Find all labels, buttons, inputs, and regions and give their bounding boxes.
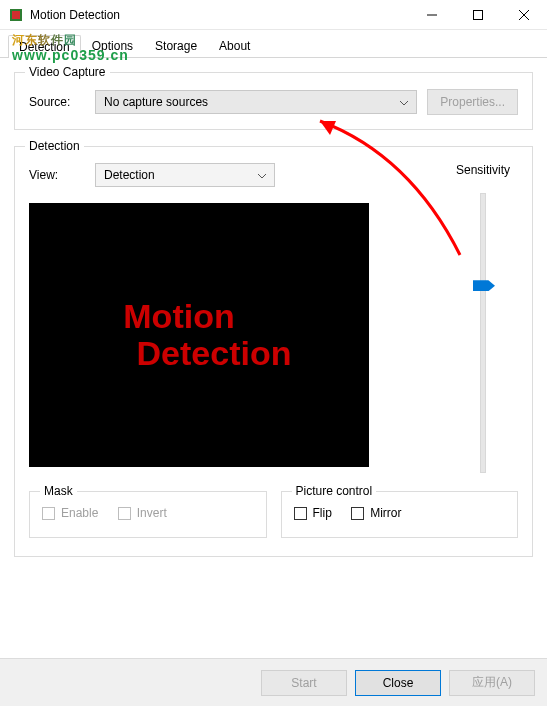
svg-rect-3 bbox=[474, 11, 483, 20]
view-label: View: bbox=[29, 168, 85, 182]
properties-button[interactable]: Properties... bbox=[427, 89, 518, 115]
close-dialog-button[interactable]: Close bbox=[355, 670, 441, 696]
chevron-down-icon bbox=[400, 95, 408, 109]
mirror-checkbox[interactable]: Mirror bbox=[351, 506, 401, 520]
invert-label: Invert bbox=[137, 506, 167, 520]
preview-area: Motion Detection bbox=[29, 203, 369, 467]
tab-detection[interactable]: Detection bbox=[8, 35, 81, 58]
preview-text-1: Motion bbox=[123, 298, 234, 335]
maximize-button[interactable] bbox=[455, 0, 501, 30]
flip-checkbox[interactable]: Flip bbox=[294, 506, 332, 520]
minimize-button[interactable] bbox=[409, 0, 455, 30]
tab-options[interactable]: Options bbox=[81, 34, 144, 57]
start-button[interactable]: Start bbox=[261, 670, 347, 696]
checkbox-icon bbox=[118, 507, 131, 520]
mask-legend: Mask bbox=[40, 484, 77, 498]
dialog-footer: Start Close 应用(A) bbox=[0, 658, 547, 706]
tab-about[interactable]: About bbox=[208, 34, 261, 57]
sensitivity-label: Sensitivity bbox=[456, 163, 510, 177]
mirror-label: Mirror bbox=[370, 506, 401, 520]
tab-storage[interactable]: Storage bbox=[144, 34, 208, 57]
enable-checkbox[interactable]: Enable bbox=[42, 506, 98, 520]
detection-group: Detection View: Detection Motion Detecti… bbox=[14, 146, 533, 557]
close-button[interactable] bbox=[501, 0, 547, 30]
source-dropdown[interactable]: No capture sources bbox=[95, 90, 417, 114]
view-dropdown-value: Detection bbox=[104, 168, 155, 182]
sensitivity-slider[interactable] bbox=[480, 193, 486, 473]
picture-control-legend: Picture control bbox=[292, 484, 377, 498]
source-dropdown-value: No capture sources bbox=[104, 95, 208, 109]
detection-legend: Detection bbox=[25, 139, 84, 153]
window-title: Motion Detection bbox=[30, 8, 409, 22]
invert-checkbox[interactable]: Invert bbox=[118, 506, 167, 520]
video-capture-legend: Video Capture bbox=[25, 65, 110, 79]
title-bar: Motion Detection bbox=[0, 0, 547, 30]
app-icon bbox=[8, 7, 24, 23]
checkbox-icon bbox=[351, 507, 364, 520]
mask-group: Mask Enable Invert bbox=[29, 491, 267, 538]
sensitivity-thumb[interactable] bbox=[473, 280, 495, 291]
flip-label: Flip bbox=[313, 506, 332, 520]
chevron-down-icon bbox=[258, 168, 266, 182]
preview-text-2: Detection bbox=[137, 335, 292, 372]
apply-button[interactable]: 应用(A) bbox=[449, 670, 535, 696]
checkbox-icon bbox=[294, 507, 307, 520]
tab-bar: Detection Options Storage About bbox=[0, 30, 547, 58]
video-capture-group: Video Capture Source: No capture sources… bbox=[14, 72, 533, 130]
checkbox-icon bbox=[42, 507, 55, 520]
enable-label: Enable bbox=[61, 506, 98, 520]
svg-rect-1 bbox=[12, 11, 20, 19]
picture-control-group: Picture control Flip Mirror bbox=[281, 491, 519, 538]
view-dropdown[interactable]: Detection bbox=[95, 163, 275, 187]
source-label: Source: bbox=[29, 95, 85, 109]
